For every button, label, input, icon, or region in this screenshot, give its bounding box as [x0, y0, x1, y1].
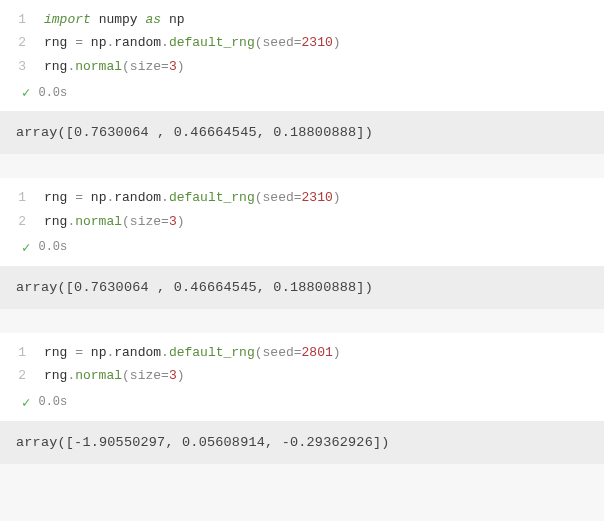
- cell-gap: [0, 309, 604, 333]
- code-content[interactable]: rng.normal(size=3): [44, 55, 185, 78]
- code-content[interactable]: rng = np.random.default_rng(seed=2310): [44, 186, 341, 209]
- line-number: 1: [10, 8, 44, 31]
- execution-time: 0.0s: [38, 86, 67, 100]
- check-icon: ✓: [22, 394, 30, 411]
- check-icon: ✓: [22, 84, 30, 101]
- code-cell[interactable]: 1rng = np.random.default_rng(seed=2310)2…: [0, 178, 604, 266]
- cell-output: array([-1.90550297, 0.05608914, -0.29362…: [0, 421, 604, 464]
- code-line[interactable]: 2rng.normal(size=3): [0, 210, 604, 233]
- code-cell[interactable]: 1rng = np.random.default_rng(seed=2801)2…: [0, 333, 604, 421]
- code-cell[interactable]: 1import numpy as np2rng = np.random.defa…: [0, 0, 604, 111]
- execution-time: 0.0s: [38, 395, 67, 409]
- notebook-root: 1import numpy as np2rng = np.random.defa…: [0, 0, 604, 464]
- line-number: 1: [10, 186, 44, 209]
- code-content[interactable]: rng = np.random.default_rng(seed=2310): [44, 31, 341, 54]
- cell-output: array([0.7630064 , 0.46664545, 0.1880088…: [0, 111, 604, 154]
- cell-gap: [0, 154, 604, 178]
- execution-status: ✓0.0s: [0, 78, 604, 107]
- code-line[interactable]: 1rng = np.random.default_rng(seed=2310): [0, 186, 604, 209]
- code-line[interactable]: 2rng.normal(size=3): [0, 364, 604, 387]
- code-content[interactable]: rng = np.random.default_rng(seed=2801): [44, 341, 341, 364]
- code-line[interactable]: 1import numpy as np: [0, 8, 604, 31]
- code-line[interactable]: 1rng = np.random.default_rng(seed=2801): [0, 341, 604, 364]
- code-line[interactable]: 3rng.normal(size=3): [0, 55, 604, 78]
- line-number: 2: [10, 210, 44, 233]
- line-number: 2: [10, 364, 44, 387]
- code-content[interactable]: rng.normal(size=3): [44, 210, 185, 233]
- line-number: 2: [10, 31, 44, 54]
- line-number: 1: [10, 341, 44, 364]
- execution-status: ✓0.0s: [0, 388, 604, 417]
- check-icon: ✓: [22, 239, 30, 256]
- execution-status: ✓0.0s: [0, 233, 604, 262]
- execution-time: 0.0s: [38, 240, 67, 254]
- code-content[interactable]: rng.normal(size=3): [44, 364, 185, 387]
- code-line[interactable]: 2rng = np.random.default_rng(seed=2310): [0, 31, 604, 54]
- cell-output: array([0.7630064 , 0.46664545, 0.1880088…: [0, 266, 604, 309]
- line-number: 3: [10, 55, 44, 78]
- code-content[interactable]: import numpy as np: [44, 8, 184, 31]
